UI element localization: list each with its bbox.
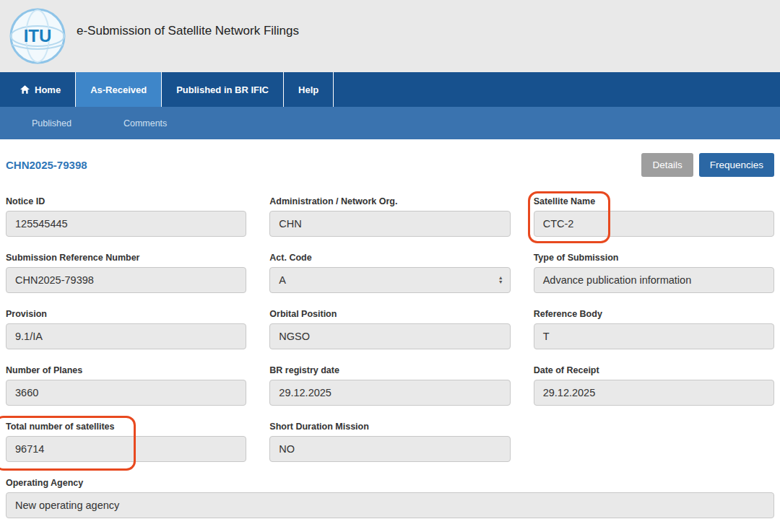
field-type-of-submission: Type of Submission Advance publication i… — [534, 253, 774, 293]
field-orbital-position: Orbital Position NGSO — [269, 309, 510, 349]
reference-body-field: T — [534, 323, 774, 349]
administration-field: CHN — [269, 211, 510, 237]
satellite-name-field: CTC-2 — [534, 211, 774, 237]
field-number-of-planes: Number of Planes 3660 — [6, 365, 246, 406]
tab-help[interactable]: Help — [284, 72, 334, 107]
act-code-selected-value: A — [279, 274, 286, 286]
type-of-submission-field: Advance publication information — [534, 267, 774, 293]
tab-home-label: Home — [35, 84, 61, 95]
app-header: ITU e-Submission of Satellite Network Fi… — [0, 0, 780, 72]
field-notice-id: Notice ID 125545445 — [6, 196, 246, 237]
operating-agency-field: New operating agency — [6, 492, 774, 518]
orbital-position-field: NGSO — [269, 323, 510, 349]
frequencies-button[interactable]: Frequencies — [699, 153, 774, 177]
field-act-code: Act. Code A ▲▼ — [269, 253, 510, 293]
field-satellite-name: Satellite Name CTC-2 — [534, 196, 774, 237]
provision-label: Provision — [6, 309, 246, 319]
satellite-name-label: Satellite Name — [534, 196, 774, 206]
page-title: CHN2025-79398 — [6, 159, 87, 171]
tab-as-received-label: As-Received — [90, 84, 147, 95]
administration-label: Administration / Network Org. — [269, 196, 510, 206]
main-nav: Home As-Received Published in BR IFIC He… — [0, 72, 780, 107]
subnav-item-published[interactable]: Published — [32, 118, 72, 128]
main-content: CHN2025-79398 Details Frequencies Notice… — [0, 153, 780, 518]
home-icon — [20, 85, 30, 94]
operating-agency-label: Operating Agency — [6, 478, 774, 488]
type-of-submission-label: Type of Submission — [534, 253, 774, 263]
tab-home[interactable]: Home — [6, 72, 76, 107]
view-buttons: Details Frequencies — [641, 153, 774, 177]
itu-logo: ITU — [9, 7, 66, 65]
field-submission-reference: Submission Reference Number CHN2025-7939… — [6, 253, 246, 293]
notice-id-label: Notice ID — [6, 196, 246, 206]
field-br-registry-date: BR registry date 29.12.2025 — [269, 365, 510, 406]
details-form: Notice ID 125545445 Administration / Net… — [6, 196, 774, 518]
number-of-planes-field: 3660 — [6, 380, 246, 406]
subnav-item-comments[interactable]: Comments — [124, 118, 167, 128]
tab-as-received[interactable]: As-Received — [76, 72, 162, 107]
tab-published-in-br-ific-label: Published in BR IFIC — [176, 84, 269, 95]
submission-reference-label: Submission Reference Number — [6, 253, 246, 263]
reference-body-label: Reference Body — [534, 309, 774, 319]
field-short-duration-mission: Short Duration Mission NO — [269, 422, 510, 462]
tab-published-in-br-ific[interactable]: Published in BR IFIC — [162, 72, 284, 107]
field-operating-agency: Operating Agency New operating agency — [6, 478, 774, 518]
empty-cell — [534, 422, 774, 462]
tab-help-label: Help — [298, 84, 318, 95]
sub-nav: Published Comments — [0, 107, 780, 139]
field-reference-body: Reference Body T — [534, 309, 774, 349]
br-registry-date-label: BR registry date — [269, 365, 510, 375]
act-code-select[interactable]: A ▲▼ — [269, 267, 510, 293]
page-header: CHN2025-79398 Details Frequencies — [6, 153, 774, 177]
date-of-receipt-label: Date of Receipt — [534, 365, 774, 375]
submission-reference-field: CHN2025-79398 — [6, 267, 246, 293]
provision-field: 9.1/IA — [6, 323, 246, 349]
details-button[interactable]: Details — [641, 153, 693, 177]
field-total-satellites: Total number of satellites 96714 — [6, 422, 246, 462]
total-satellites-label: Total number of satellites — [6, 422, 246, 432]
number-of-planes-label: Number of Planes — [6, 365, 246, 375]
app-title: e-Submission of Satellite Network Filing… — [77, 24, 299, 38]
date-of-receipt-field: 29.12.2025 — [534, 380, 774, 406]
br-registry-date-field: 29.12.2025 — [269, 380, 510, 406]
field-administration: Administration / Network Org. CHN — [269, 196, 510, 237]
field-date-of-receipt: Date of Receipt 29.12.2025 — [534, 365, 774, 406]
short-duration-mission-field: NO — [269, 436, 510, 462]
field-provision: Provision 9.1/IA — [6, 309, 246, 349]
itu-logo-text: ITU — [24, 26, 52, 45]
short-duration-mission-label: Short Duration Mission — [269, 422, 510, 432]
notice-id-field: 125545445 — [6, 211, 246, 237]
orbital-position-label: Orbital Position — [269, 309, 510, 319]
act-code-label: Act. Code — [269, 253, 510, 263]
total-satellites-field: 96714 — [6, 436, 246, 462]
select-stepper-icon: ▲▼ — [498, 276, 503, 284]
